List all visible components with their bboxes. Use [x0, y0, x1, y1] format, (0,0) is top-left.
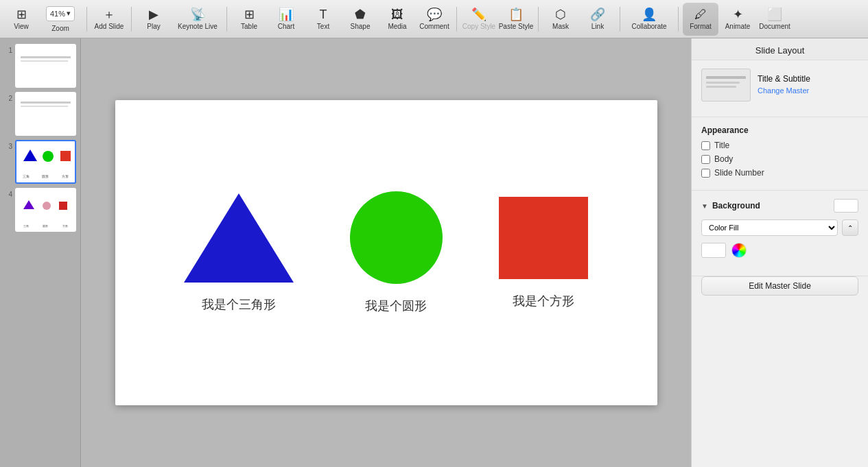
- paste-style-button[interactable]: 📋 Paste Style: [498, 3, 534, 36]
- text-label: Text: [317, 23, 329, 30]
- slide-3-number: 3: [4, 140, 12, 150]
- layout-thumb-title-bar: [706, 76, 746, 79]
- change-master-button[interactable]: Change Master: [758, 86, 809, 95]
- square-item[interactable]: 我是个方形: [499, 197, 588, 309]
- paste-style-icon: 📋: [508, 8, 524, 21]
- slide-panel: 1 2 3: [0, 38, 81, 467]
- body-checkbox-row: Body: [701, 154, 858, 164]
- square-shape[interactable]: [499, 197, 588, 279]
- circle-label: 我是个圆形: [365, 298, 427, 314]
- document-tab-button[interactable]: ⬜ Document: [757, 3, 793, 36]
- background-section: ▼ Background Color Fill Gradient Fill Im…: [692, 191, 868, 276]
- background-header: ▼ Background: [701, 199, 858, 213]
- slide-2-subtitle-bar: [21, 106, 68, 107]
- table-button[interactable]: ⊞ Table: [231, 3, 267, 36]
- slide-2-number: 2: [4, 92, 12, 102]
- view-button[interactable]: ⊞ View: [5, 3, 37, 36]
- title-checkbox[interactable]: [701, 141, 710, 150]
- slide-2-thumbnail[interactable]: [15, 92, 76, 136]
- comment-button[interactable]: 💬 Comment: [417, 3, 452, 36]
- slide-canvas[interactable]: 我是个三角形 我是个圆形 我是个方形: [115, 100, 657, 405]
- slide-3-content: 三角 圆形 方形: [16, 141, 75, 182]
- appearance-title: Appearance: [701, 125, 858, 135]
- separator-2: [131, 7, 132, 32]
- animate-label: Animate: [725, 23, 751, 30]
- slide-number-checkbox[interactable]: [701, 169, 710, 178]
- paste-style-label: Paste Style: [499, 23, 534, 30]
- table-icon: ⊞: [244, 8, 255, 21]
- triangle-shape[interactable]: [184, 193, 294, 283]
- circle-shape[interactable]: [350, 191, 443, 284]
- title-checkbox-row: Title: [701, 141, 858, 150]
- background-collapse-icon[interactable]: ▼: [701, 202, 708, 210]
- mask-label: Mask: [552, 23, 569, 30]
- title-checkbox-label[interactable]: Title: [714, 141, 729, 150]
- background-color-swatch[interactable]: [834, 199, 858, 213]
- triangle-item[interactable]: 我是个三角形: [184, 193, 294, 313]
- zoom-display[interactable]: 41% ▾: [46, 6, 75, 21]
- bg-fill-row: Color Fill Gradient Fill Image Fill No F…: [701, 219, 858, 236]
- media-label: Media: [388, 23, 406, 30]
- canvas-area[interactable]: 我是个三角形 我是个圆形 我是个方形: [81, 38, 691, 467]
- body-checkbox[interactable]: [701, 155, 710, 164]
- slide-4-triangle: [23, 200, 34, 209]
- slide-4-square: [59, 202, 67, 210]
- layout-info: Title & Subtitle Change Master: [758, 74, 858, 96]
- mask-button[interactable]: ⬡ Mask: [543, 3, 578, 36]
- slide-4-circle: [43, 202, 51, 210]
- separator-3: [226, 7, 227, 32]
- copy-style-button[interactable]: ✏️ Copy Style: [461, 3, 497, 36]
- slide-1-thumbnail[interactable]: [15, 44, 76, 88]
- media-icon: 🖼: [391, 8, 403, 21]
- body-checkbox-label[interactable]: Body: [714, 154, 733, 164]
- media-button[interactable]: 🖼 Media: [379, 3, 415, 36]
- zoom-label: Zoom: [51, 25, 69, 32]
- shape-button[interactable]: ⬟ Shape: [342, 3, 378, 36]
- zoom-arrow-icon: ▾: [67, 9, 71, 18]
- play-button[interactable]: ▶ Play: [136, 3, 172, 36]
- chart-button[interactable]: 📊 Chart: [268, 3, 304, 36]
- collaborate-button[interactable]: 👤 Collaborate: [624, 3, 674, 36]
- slide-4-content: 三角 圆形 方形: [16, 189, 75, 230]
- collaborate-icon: 👤: [642, 8, 657, 21]
- add-slide-button[interactable]: ＋ Add Slide: [91, 3, 127, 36]
- slide-1-subtitle-bar: [21, 60, 68, 62]
- slide-1-wrap: 1: [4, 44, 76, 88]
- link-icon: 🔗: [590, 8, 605, 21]
- layout-thumbnail: [701, 69, 751, 101]
- circle-item[interactable]: 我是个圆形: [350, 191, 443, 314]
- separator-1: [86, 7, 87, 32]
- slide-number-checkbox-label[interactable]: Slide Number: [714, 168, 764, 178]
- zoom-value: 41%: [50, 10, 65, 18]
- slide-2-title-bar: [21, 101, 71, 104]
- chart-label: Chart: [278, 23, 294, 30]
- slide-4-thumbnail[interactable]: 三角 圆形 方形: [15, 188, 76, 232]
- animate-tab-button[interactable]: ✦ Animate: [720, 3, 755, 36]
- bg-fill-select[interactable]: Color Fill Gradient Fill Image Fill No F…: [701, 219, 838, 236]
- layout-thumb-sub-bar: [706, 82, 740, 84]
- bg-color-wheel-button[interactable]: [731, 243, 747, 258]
- slide-1-title-bar: [21, 56, 71, 58]
- text-icon: T: [320, 8, 327, 21]
- format-icon: 🖊: [694, 8, 707, 21]
- keynote-live-icon: 📡: [190, 8, 205, 21]
- separator-5: [538, 7, 539, 32]
- appearance-section: Appearance Title Body Slide Number: [692, 117, 868, 190]
- slide-4-wrap: 4 三角 圆形 方形: [4, 188, 76, 232]
- shape-label: Shape: [351, 23, 371, 30]
- triangle-label: 我是个三角形: [202, 296, 276, 313]
- format-tab-button[interactable]: 🖊 Format: [683, 3, 718, 36]
- copy-style-icon: ✏️: [471, 8, 486, 21]
- chevron-down-icon: ⌃: [847, 224, 853, 232]
- edit-master-slide-button[interactable]: Edit Master Slide: [701, 276, 858, 296]
- square-label: 我是个方形: [513, 293, 574, 309]
- add-slide-label: Add Slide: [95, 23, 124, 30]
- view-label: View: [14, 23, 29, 30]
- zoom-control[interactable]: 41% ▾ Zoom: [38, 3, 82, 36]
- link-button[interactable]: 🔗 Link: [580, 3, 615, 36]
- text-button[interactable]: T Text: [305, 3, 341, 36]
- keynote-live-button[interactable]: 📡 Keynote Live: [173, 3, 222, 36]
- bg-white-swatch[interactable]: [701, 243, 726, 258]
- slide-3-thumbnail[interactable]: 三角 圆形 方形: [15, 140, 76, 184]
- bg-fill-arrow-btn[interactable]: ⌃: [842, 219, 858, 236]
